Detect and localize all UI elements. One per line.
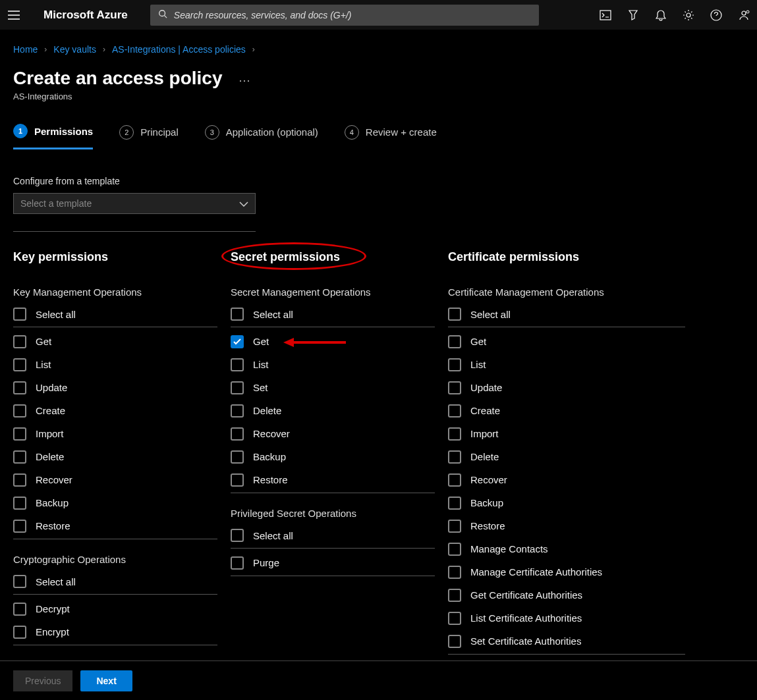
permission-row[interactable]: Manage Contacts [448,537,685,560]
checkbox[interactable] [13,381,26,394]
checkbox[interactable] [448,520,461,533]
permission-row[interactable]: Manage Certificate Authorities [448,560,685,583]
checkbox[interactable] [13,404,26,417]
permission-row[interactable]: List [448,353,685,376]
tab-review-create[interactable]: 4Review + create [345,124,437,149]
checkbox[interactable] [231,335,244,348]
permission-row[interactable]: Update [13,376,217,399]
more-icon[interactable]: ⋯ [238,73,252,88]
notifications-icon[interactable] [654,9,667,22]
checkbox[interactable] [13,335,26,348]
permission-row[interactable]: Get [231,330,435,353]
checkbox[interactable] [231,404,244,417]
permission-label: Get [253,336,269,347]
template-select[interactable]: Select a template [13,193,256,214]
permission-row[interactable]: List [13,353,217,376]
breadcrumb-access-policies[interactable]: AS-Integrations | Access policies [112,44,246,55]
permission-row[interactable]: Create [13,399,217,422]
checkbox[interactable] [448,427,461,441]
checkbox[interactable] [231,556,244,570]
checkbox[interactable] [448,308,461,321]
search-input[interactable] [174,10,531,20]
tab-principal[interactable]: 2Principal [119,124,179,149]
checkbox[interactable] [231,381,244,394]
permission-label: List [253,359,268,370]
permission-row[interactable]: Set [231,376,435,399]
checkbox[interactable] [13,497,26,510]
checkbox[interactable] [13,308,26,321]
checkbox[interactable] [13,603,26,616]
checkbox[interactable] [448,450,461,464]
checkbox[interactable] [13,626,26,639]
filter-icon[interactable] [627,9,640,22]
checkbox[interactable] [448,381,461,394]
permission-row[interactable]: Delete [231,399,435,422]
permission-row[interactable]: Restore [448,514,685,537]
checkbox[interactable] [13,450,26,464]
permission-row[interactable]: Import [13,422,217,445]
checkbox[interactable] [231,473,244,487]
search-box[interactable] [150,5,539,26]
checkbox[interactable] [231,529,244,542]
checkbox[interactable] [231,358,244,371]
permission-row[interactable]: Recover [13,468,217,491]
permission-row[interactable]: List Certificate Authorities [448,606,685,630]
permission-row[interactable]: Restore [231,468,435,491]
checkbox[interactable] [13,427,26,441]
select-all-row[interactable]: Select all [13,304,217,327]
checkbox[interactable] [448,589,461,602]
cloud-shell-icon[interactable] [599,9,612,22]
select-all-row[interactable]: Select all [448,304,685,327]
checkbox[interactable] [231,450,244,464]
checkbox[interactable] [231,427,244,441]
permission-row[interactable]: List [231,353,435,376]
checkbox[interactable] [13,473,26,487]
menu-icon[interactable] [7,8,21,22]
checkbox[interactable] [448,635,461,648]
select-all-row[interactable]: Select all [13,572,217,595]
checkbox[interactable] [13,575,26,588]
permission-row[interactable]: Backup [231,445,435,468]
permission-row[interactable]: Delete [13,445,217,468]
checkbox[interactable] [448,473,461,487]
permission-row[interactable]: Backup [448,491,685,514]
checkbox[interactable] [231,308,244,321]
settings-icon[interactable] [682,9,695,22]
permission-row[interactable]: Restore [13,514,217,537]
next-button[interactable]: Next [80,670,132,691]
checkbox[interactable] [448,543,461,556]
permission-row[interactable]: Update [448,376,685,399]
permission-row[interactable]: Backup [13,491,217,514]
permission-row[interactable]: Import [448,422,685,445]
checkbox[interactable] [448,497,461,510]
checkbox[interactable] [448,404,461,417]
tab-application-optional-[interactable]: 3Application (optional) [205,124,318,149]
checkbox[interactable] [448,358,461,371]
permission-row[interactable]: Set Certificate Authorities [448,630,685,653]
permission-row[interactable]: Encrypt [13,620,217,643]
checkbox[interactable] [448,612,461,625]
permission-row[interactable]: Create [448,399,685,422]
select-all-row[interactable]: Select all [231,525,435,549]
checkbox[interactable] [13,520,26,533]
permission-row[interactable]: Decrypt [13,597,217,620]
help-icon[interactable] [710,9,723,22]
permission-row[interactable]: Get Certificate Authorities [448,583,685,606]
permission-row[interactable]: Recover [448,468,685,491]
breadcrumb-keyvaults[interactable]: Key vaults [53,44,96,55]
brand-label: Microsoft Azure [43,9,128,22]
breadcrumb-home[interactable]: Home [13,44,38,55]
select-all-row[interactable]: Select all [231,304,435,327]
divider [13,539,217,539]
permission-row[interactable]: Get [448,330,685,353]
permission-row[interactable]: Delete [448,445,685,468]
tab-permissions[interactable]: 1Permissions [13,124,93,149]
checkbox[interactable] [13,358,26,371]
permission-row[interactable]: Get [13,330,217,353]
group-label: Key Management Operations [13,286,217,298]
checkbox[interactable] [448,335,461,348]
permission-row[interactable]: Purge [231,551,435,574]
checkbox[interactable] [448,566,461,579]
permission-row[interactable]: Recover [231,422,435,445]
feedback-icon[interactable] [737,9,750,22]
